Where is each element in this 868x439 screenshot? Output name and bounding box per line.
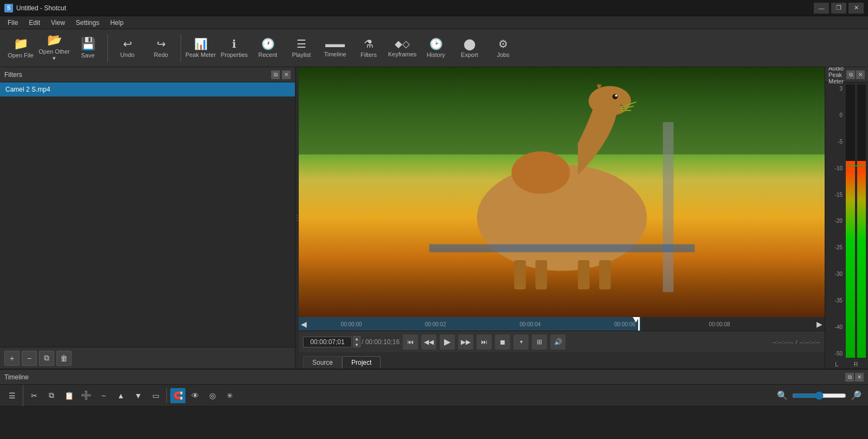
undo-button[interactable]: ↩ Undo <box>111 31 144 65</box>
menu-edit[interactable]: Edit <box>23 16 46 29</box>
timeline-label: Timeline <box>324 51 346 57</box>
menu-help[interactable]: Help <box>105 16 129 29</box>
maximize-button[interactable]: ❐ <box>831 3 846 14</box>
recent-button[interactable]: 🕐 Recent <box>252 31 284 65</box>
time-spinners: ▲ ▼ <box>353 336 361 347</box>
app-icon: S <box>4 4 13 12</box>
svg-point-3 <box>615 94 617 96</box>
scrubber-left-arrow[interactable]: ◀ <box>299 320 309 328</box>
timeline-ripple-all-button[interactable]: ◎ <box>205 388 220 403</box>
svg-point-4 <box>511 151 570 193</box>
timeline-button[interactable]: ▬▬ Timeline <box>319 31 351 65</box>
timeline-content <box>0 406 868 439</box>
filters-copy-button[interactable]: ⧉ <box>39 351 54 366</box>
filters-remove-button[interactable]: − <box>22 351 37 366</box>
tab-source[interactable]: Source <box>303 356 342 369</box>
filters-list: Camel 2 S.mp4 <box>0 82 295 347</box>
svg-rect-7 <box>577 260 589 289</box>
filters-toolbar: + − ⧉ 🗑 <box>0 347 295 369</box>
menu-view[interactable]: View <box>46 16 70 29</box>
redo-label: Redo <box>154 51 168 58</box>
tab-project[interactable]: Project <box>342 356 381 369</box>
audio-close-button[interactable]: ✕ <box>856 70 865 79</box>
playlist-button[interactable]: ☰ Playlist <box>285 31 318 65</box>
current-time-input[interactable] <box>303 337 352 347</box>
save-icon: 💾 <box>81 38 95 50</box>
audio-bar-right <box>857 85 866 358</box>
audio-right-label: R <box>854 361 858 367</box>
audio-panel-title: Audio Peak Meter <box>828 67 846 85</box>
properties-button[interactable]: ℹ Properties <box>218 31 250 65</box>
menu-file[interactable]: File <box>2 16 23 29</box>
filter-selected-item[interactable]: Camel 2 S.mp4 <box>0 82 295 96</box>
timeline-lift-down-button[interactable]: ▼ <box>131 388 146 403</box>
in-point-button[interactable]: ◼ <box>495 334 510 350</box>
minimize-button[interactable]: — <box>814 3 829 14</box>
filters-title: Filters <box>4 71 22 79</box>
properties-label: Properties <box>221 51 248 58</box>
filters-add-button[interactable]: + <box>4 351 20 366</box>
timeline-append-button[interactable]: ➕ <box>79 388 94 403</box>
scale-neg10: -10 <box>835 165 843 171</box>
playback-dropdown[interactable]: ▾ <box>513 334 529 350</box>
prev-frame-button[interactable]: ◀◀ <box>421 334 436 350</box>
timeline-copy-button[interactable]: ⧉ <box>44 388 59 403</box>
timeline-overwrite-button[interactable]: ▭ <box>148 388 163 403</box>
timeline-header-controls: ⧉ ✕ <box>845 373 864 382</box>
timeline-paste-button[interactable]: 📋 <box>61 388 76 403</box>
play-button[interactable]: ▶ <box>440 334 455 350</box>
skip-end-button[interactable]: ⏭ <box>477 334 492 350</box>
filters-float-button[interactable]: ⧉ <box>271 70 280 79</box>
zoom-in-button[interactable]: 🔎 <box>848 388 864 403</box>
open-other-label: Open Other ▾ <box>38 48 70 62</box>
scale-0: 0 <box>839 112 843 118</box>
time-display: ▲ ▼ / 00:00:10;16 <box>303 336 400 347</box>
audio-bar-left <box>846 85 855 358</box>
scale-neg25: -25 <box>835 244 843 250</box>
timeline-snap-button[interactable]: 🧲 <box>170 388 185 403</box>
menu-settings[interactable]: Settings <box>70 16 105 29</box>
scrubber-bar[interactable]: ◀ 00:00:00 00:00:02 00:00:04 00:00:06 00… <box>299 317 825 331</box>
time-down-button[interactable]: ▼ <box>353 342 361 347</box>
zoom-out-button[interactable]: 🔍 <box>775 388 790 403</box>
keyframes-button[interactable]: ◆◇ Keyframes <box>386 31 419 65</box>
timeline-ripple-button[interactable]: 👁 <box>188 388 203 403</box>
filters-icon: ⚗ <box>364 38 374 49</box>
zoom-slider[interactable] <box>792 391 846 400</box>
filters-button[interactable]: ⚗ Filters <box>352 31 385 65</box>
history-button[interactable]: 🕑 History <box>420 31 452 65</box>
open-other-button[interactable]: 📂 Open Other ▾ <box>38 31 70 65</box>
video-player-area[interactable] <box>299 67 825 317</box>
export-button[interactable]: ⬤ Export <box>453 31 486 65</box>
open-file-button[interactable]: 📁 Open File <box>4 31 37 65</box>
save-button[interactable]: 💾 Save <box>72 31 104 65</box>
grid-button[interactable]: ⊞ <box>532 334 547 350</box>
timeline-lift-button[interactable]: − <box>96 388 111 403</box>
filters-delete-button[interactable]: 🗑 <box>56 351 72 366</box>
timeline-float-button[interactable]: ⧉ <box>845 373 854 382</box>
redo-icon: ↪ <box>157 38 166 49</box>
timeline-close-button[interactable]: ✕ <box>855 373 864 382</box>
open-file-icon: 📁 <box>14 38 28 50</box>
title-bar-left: S Untitled - Shotcut <box>4 4 66 12</box>
timeline-lift-up-button[interactable]: ▲ <box>113 388 128 403</box>
filters-close-button[interactable]: ✕ <box>282 70 291 79</box>
camel-svg <box>378 80 746 292</box>
timeline-cut-button[interactable]: ✂ <box>27 388 42 403</box>
scrubber-right-arrow[interactable]: ▶ <box>814 320 825 328</box>
time-up-button[interactable]: ▲ <box>353 336 361 341</box>
timeline-menu-button[interactable]: ☰ <box>4 388 20 403</box>
scale-3: 3 <box>839 86 843 92</box>
jobs-label: Jobs <box>497 51 509 58</box>
timeline-ripple-markers-button[interactable]: ✳ <box>222 388 237 403</box>
timeline-separator-2 <box>166 388 167 403</box>
peak-meter-button[interactable]: 📊 Peak Meter <box>184 31 217 65</box>
close-button[interactable]: ✕ <box>848 3 864 14</box>
scale-neg15: -15 <box>835 192 843 198</box>
volume-button[interactable]: 🔊 <box>550 334 565 350</box>
next-frame-button[interactable]: ▶▶ <box>458 334 473 350</box>
redo-button[interactable]: ↪ Redo <box>145 31 177 65</box>
jobs-button[interactable]: ⚙ Jobs <box>487 31 519 65</box>
audio-float-button[interactable]: ⧉ <box>846 70 855 79</box>
skip-start-button[interactable]: ⏮ <box>403 334 418 350</box>
